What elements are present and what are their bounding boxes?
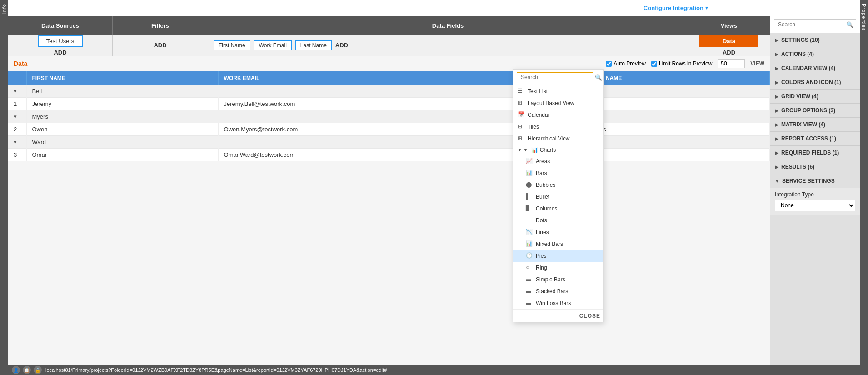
list-item[interactable]: 📊 Bars — [513, 167, 603, 179]
status-icons: 👤 📋 🔒 — [12, 366, 42, 374]
auto-preview-check: Auto Preview — [606, 60, 646, 67]
panel-section-report-access: ▶ REPORT ACCESS (1) — [770, 132, 860, 146]
panel-section-group-options: ▶ GROUP OPTIONS (3) — [770, 104, 860, 118]
dots-icon: ⋯ — [526, 217, 533, 224]
close-button[interactable]: CLOSE — [579, 313, 600, 319]
colors-icon-section-header[interactable]: ▶ COLORS AND ICON (1) — [770, 75, 860, 89]
list-item[interactable]: 📅 Calendar — [513, 109, 603, 121]
service-settings-content: Integration Type None Option 1 Option 2 — [770, 188, 860, 215]
list-item[interactable]: ▊ Columns — [513, 203, 603, 215]
view-button[interactable]: VIEW — [750, 60, 764, 67]
actions-section-header[interactable]: ▶ ACTIONS (4) — [770, 47, 860, 61]
lines-icon: 📉 — [526, 229, 533, 236]
grid-view-section-header[interactable]: ▶ GRID VIEW (4) — [770, 90, 860, 103]
settings-section-header[interactable]: ▶ SETTINGS (10) — [770, 33, 860, 47]
dropdown-search-input[interactable] — [517, 72, 593, 82]
chevron-right-icon: ▶ — [775, 66, 778, 71]
item-label-hierarchical: Hierarchical View — [528, 135, 569, 142]
item-label-layout: Layout Based View — [528, 100, 574, 106]
list-item[interactable]: ▌ Bullet — [513, 191, 603, 203]
areas-icon: 📈 — [526, 158, 533, 165]
field-tag-workemail[interactable]: Work Email — [254, 40, 292, 50]
item-label-stacked-bars: Stacked Bars — [536, 288, 568, 295]
search-wrap: 🔍 — [774, 19, 856, 30]
status-icon-person: 👤 — [12, 366, 20, 374]
results-label: RESULTS (6) — [781, 164, 814, 170]
group-options-section-header[interactable]: ▶ GROUP OPTIONS (3) — [770, 104, 860, 117]
list-item[interactable]: ⬤ Bubbles — [513, 179, 603, 191]
table-row: ▾ Bell — [8, 85, 770, 98]
dropdown-search-button[interactable]: 🔍 — [593, 74, 604, 81]
chevron-right-icon: ▶ — [775, 108, 778, 113]
data-view-button[interactable]: Data — [699, 35, 758, 47]
limit-rows-input[interactable] — [718, 59, 745, 68]
mixed-bars-icon: 📊 — [526, 240, 533, 248]
field-tag-firstname[interactable]: First Name — [214, 40, 250, 50]
list-item[interactable]: 🕐 Pies — [513, 250, 603, 262]
group-expand-bell[interactable]: ▾ — [8, 85, 26, 98]
add-field-button[interactable]: ADD — [335, 42, 348, 49]
stacked-bars-icon: ▬ — [526, 288, 533, 295]
calendar-view-section-header[interactable]: ▶ CALENDAR VIEW (4) — [770, 61, 860, 75]
cell-firstname-owen: Owen — [26, 123, 218, 136]
list-item[interactable]: ☰ Text List — [513, 85, 603, 97]
header-data-fields: Data Fields — [208, 16, 688, 35]
list-item[interactable]: ▬ Stacked Bars — [513, 285, 603, 297]
add-view-button[interactable]: ADD — [723, 49, 735, 56]
report-access-label: REPORT ACCESS (1) — [781, 135, 836, 142]
group-expand-ward[interactable]: ▾ — [8, 136, 26, 149]
item-label-bars: Bars — [536, 170, 547, 176]
matrix-view-section-header[interactable]: ▶ MATRIX VIEW (4) — [770, 118, 860, 131]
results-section-header[interactable]: ▶ RESULTS (6) — [770, 160, 860, 174]
add-filter-button[interactable]: ADD — [154, 42, 166, 49]
list-item[interactable]: 📊 Mixed Bars — [513, 238, 603, 250]
search-icon: 🔍 — [846, 21, 853, 28]
limit-rows-checkbox[interactable] — [651, 61, 657, 67]
table-row: 2 Owen Owen.Myers@testwork.com Myers — [8, 123, 770, 136]
info-tab[interactable]: Info — [0, 0, 8, 375]
list-item[interactable]: ⊟ Tiles — [513, 121, 603, 133]
table-row: 3 Omar Omar.Ward@testwork.com Ward — [8, 149, 770, 161]
charts-parent-item[interactable]: ▼ ▼ 📊 Charts — [513, 145, 603, 155]
list-item[interactable]: ⊞ Layout Based View — [513, 97, 603, 109]
list-item[interactable]: ▬ Simple Bars — [513, 274, 603, 285]
status-icon-table: 📋 — [23, 366, 31, 374]
list-icon: ☰ — [518, 88, 525, 95]
auto-preview-checkbox[interactable] — [606, 61, 612, 67]
actions-label: ACTIONS (4) — [781, 51, 814, 57]
group-options-label: GROUP OPTIONS (3) — [781, 107, 835, 114]
bubbles-icon: ⬤ — [526, 181, 533, 189]
item-label-text-list: Text List — [528, 88, 548, 95]
group-name-myers: Myers — [26, 110, 770, 123]
list-item[interactable]: ○ Ring — [513, 262, 603, 274]
required-fields-section-header[interactable]: ▶ REQUIRED FIELDS (1) — [770, 146, 860, 160]
list-item[interactable]: 📉 Lines — [513, 226, 603, 238]
group-expand-myers[interactable]: ▾ — [8, 110, 26, 123]
report-access-section-header[interactable]: ▶ REPORT ACCESS (1) — [770, 132, 860, 145]
item-label-charts: Charts — [540, 147, 556, 153]
integration-type-select[interactable]: None Option 1 Option 2 — [775, 200, 855, 211]
cell-lastname-omar: Ward — [584, 149, 770, 161]
add-datasource-button[interactable]: ADD — [54, 49, 66, 56]
field-tag-lastname[interactable]: Last Name — [295, 40, 332, 50]
list-item[interactable]: ⋯ Dots — [513, 215, 603, 226]
sub-fields-section: First Name Work Email Last Name ADD — [208, 35, 688, 56]
list-item[interactable]: 📈 Areas — [513, 155, 603, 167]
table-container: FIRST NAME WORK EMAIL LAST NAME ▾ Bell 1 — [8, 71, 770, 375]
right-panel: 🔍 ▶ SETTINGS (10) ▶ ACTIONS (4) ▶ CALEND… — [770, 16, 860, 375]
configure-integration-button[interactable]: Configure Integration ▾ — [644, 5, 708, 11]
cell-lastname-owen: Myers — [584, 123, 770, 136]
properties-tab[interactable]: Properties — [860, 0, 868, 375]
right-panel-search: 🔍 — [770, 16, 860, 33]
panel-section-calendar-view: ▶ CALENDAR VIEW (4) — [770, 61, 860, 75]
list-item[interactable]: ⊞ Hierarchical View — [513, 133, 603, 145]
data-table: FIRST NAME WORK EMAIL LAST NAME ▾ Bell 1 — [8, 71, 770, 161]
tiles-icon: ⊟ — [518, 123, 525, 130]
test-users-button[interactable]: Test Users — [38, 35, 83, 47]
service-settings-section-header[interactable]: ▼ SERVICE SETTINGS — [770, 174, 860, 188]
simple-bars-icon: ▬ — [526, 276, 533, 283]
item-label-pies: Pies — [536, 253, 546, 259]
right-panel-search-input[interactable] — [774, 19, 856, 30]
sub-views-section: Data ADD — [688, 35, 770, 56]
list-item[interactable]: ▬ Win Loss Bars — [513, 297, 603, 309]
